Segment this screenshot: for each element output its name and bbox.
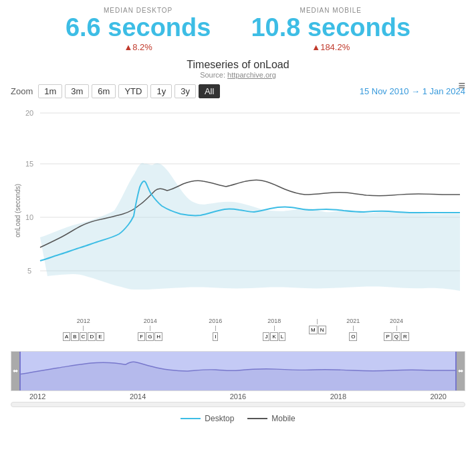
nav-year-2012: 2012 (29, 392, 45, 400)
legend-desktop-label: Desktop (205, 414, 234, 423)
anno-letter-B[interactable]: B (71, 332, 78, 341)
desktop-metric: MEDIAN DESKTOP 6.6 seconds ▲8.2% (66, 7, 211, 52)
chart-title: Timeseries of onLoad (0, 59, 476, 71)
anno-tick-2016 (215, 326, 216, 331)
svg-text:10: 10 (25, 213, 33, 221)
main-chart-container: 20 15 10 5 onLoad (seconds) (11, 104, 465, 318)
anno-letter-M[interactable]: M (309, 326, 318, 334)
legend-mobile: Mobile (247, 414, 295, 423)
zoom-3y[interactable]: 3y (174, 84, 196, 98)
nav-chart-container[interactable]: ⬌ ⬌ (11, 351, 465, 391)
anno-2016: 2016 I (209, 318, 222, 341)
zoom-label: Zoom (11, 86, 33, 96)
anno-year-2021: 2021 (346, 318, 360, 324)
scrollbar[interactable] (11, 402, 465, 407)
anno-letters-2014: F G H (138, 332, 162, 341)
anno-tick-2021 (353, 326, 354, 331)
chart-source: Source: httparchive.org (0, 71, 476, 79)
legend-mobile-label: Mobile (271, 414, 295, 423)
anno-tick-pqr (396, 326, 397, 331)
chart-source-url[interactable]: httparchive.org (227, 71, 276, 79)
svg-text:20: 20 (25, 109, 33, 117)
mobile-metric-value: 10.8 seconds (251, 14, 410, 42)
anno-letter-K[interactable]: K (270, 332, 277, 341)
chart-menu-icon[interactable]: ≡ (458, 79, 465, 93)
anno-year-2016: 2016 (209, 318, 222, 324)
anno-year-2012: 2012 (77, 318, 90, 324)
main-chart-svg: 20 15 10 5 onLoad (seconds) (11, 104, 465, 318)
svg-text:5: 5 (27, 267, 31, 275)
zoom-3m[interactable]: 3m (65, 84, 89, 98)
desktop-metric-change: ▲8.2% (66, 42, 211, 52)
nav-right-icon: ⬌ (458, 368, 463, 374)
zoom-1m[interactable]: 1m (38, 84, 62, 98)
anno-letters-2021: O (349, 332, 357, 341)
nav-year-2016: 2016 (230, 392, 246, 400)
nav-year-labels: 2012 2014 2016 2018 2020 (11, 391, 465, 400)
anno-tick-2014 (150, 326, 150, 331)
legend-desktop-line (181, 418, 201, 419)
mobile-metric-change: ▲184.2% (251, 42, 410, 52)
anno-2014: 2014 F G H (138, 318, 162, 341)
nav-left-icon: ⬌ (13, 368, 18, 374)
anno-letters-pqr: P Q R (384, 332, 408, 341)
anno-letters-2018: J K L (263, 332, 285, 341)
date-range: 15 Nov 2010 → 1 Jan 2024 (360, 86, 465, 96)
anno-letter-O[interactable]: O (349, 332, 357, 341)
anno-letter-I[interactable]: I (213, 332, 218, 341)
anno-letter-F[interactable]: F (138, 332, 145, 341)
anno-letter-G[interactable]: G (146, 332, 154, 341)
desktop-metric-value: 6.6 seconds (66, 14, 211, 42)
legend-mobile-line (247, 418, 267, 419)
anno-pqr: 2024 P Q R (384, 318, 408, 341)
chart-legend: Desktop Mobile (0, 409, 476, 429)
anno-letter-E[interactable]: E (96, 332, 104, 341)
anno-letter-P[interactable]: P (384, 332, 391, 341)
anno-2018: 2018 J K L (263, 318, 285, 341)
anno-mn: M N (309, 318, 326, 334)
anno-letter-R[interactable]: R (401, 332, 409, 341)
svg-text:15: 15 (25, 160, 33, 168)
anno-tick-2018 (274, 326, 275, 331)
anno-year-2014: 2014 (144, 318, 157, 324)
metrics-header: MEDIAN DESKTOP 6.6 seconds ▲8.2% MEDIAN … (0, 0, 476, 55)
anno-tick-mn (317, 319, 318, 324)
zoom-ytd[interactable]: YTD (118, 84, 148, 98)
anno-letters-2016: I (213, 332, 218, 341)
annotations-area: 2012 A B C D E 2014 F G H 2016 I 2018 J (29, 318, 447, 351)
anno-letter-D[interactable]: D (88, 332, 96, 341)
nav-handle-left[interactable]: ⬌ (11, 352, 19, 390)
nav-year-2020: 2020 (431, 392, 447, 400)
anno-letter-A[interactable]: A (63, 332, 70, 341)
nav-chart-svg (19, 352, 457, 390)
anno-letter-Q[interactable]: Q (392, 332, 400, 341)
nav-year-2018: 2018 (330, 392, 346, 400)
anno-letter-H[interactable]: H (154, 332, 162, 341)
anno-letters-2012: A B C D E (63, 332, 104, 341)
anno-letter-L[interactable]: L (279, 332, 285, 341)
legend-desktop: Desktop (181, 414, 234, 423)
zoom-6m[interactable]: 6m (92, 84, 116, 98)
chart-source-label: Source: (200, 71, 227, 79)
nav-year-2014: 2014 (130, 392, 146, 400)
anno-letter-J[interactable]: J (263, 332, 269, 341)
svg-text:onLoad (seconds): onLoad (seconds) (14, 184, 21, 237)
anno-year-pqr: 2024 (390, 318, 403, 324)
zoom-controls: Zoom 1m 3m 6m YTD 1y 3y All 15 Nov 2010 … (0, 79, 476, 104)
anno-tick-2012 (83, 326, 84, 331)
anno-letter-C[interactable]: C (80, 332, 88, 341)
zoom-1y[interactable]: 1y (150, 84, 172, 98)
anno-2021: 2021 O (346, 318, 360, 341)
anno-letters-mn: M N (309, 326, 326, 334)
chart-header: Timeseries of onLoad Source: httparchive… (0, 59, 476, 79)
anno-letter-N[interactable]: N (318, 326, 326, 334)
zoom-all[interactable]: All (199, 84, 220, 98)
mobile-metric: MEDIAN MOBILE 10.8 seconds ▲184.2% (251, 7, 410, 52)
date-range-start: 15 Nov 2010 (360, 86, 409, 96)
date-range-arrow: → (411, 86, 423, 96)
anno-2012: 2012 A B C D E (63, 318, 104, 341)
nav-handle-right[interactable]: ⬌ (457, 352, 465, 390)
anno-year-2018: 2018 (267, 318, 281, 324)
